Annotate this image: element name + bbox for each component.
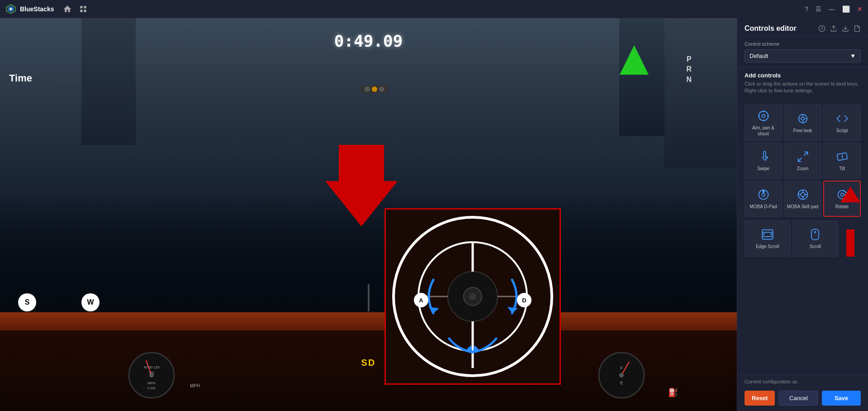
steering-wheel-svg: A D (386, 210, 560, 383)
svg-point-2 (9, 8, 12, 10)
gauge-right: F E (597, 350, 646, 402)
import-icon[interactable] (830, 25, 837, 32)
svg-point-56 (801, 193, 805, 197)
control-moba-dpad[interactable]: MOBA D-Pad (745, 181, 782, 217)
bluestacks-logo-icon (5, 4, 16, 14)
gear-p: P (686, 54, 692, 64)
grid-icon[interactable] (79, 5, 87, 13)
scheme-label: Control scheme (745, 41, 861, 47)
svg-point-24 (469, 293, 476, 300)
app-name: BlueStacks (20, 5, 54, 13)
script-icon (836, 112, 849, 125)
moba-skill-label: MOBA Skill pad (787, 204, 818, 210)
control-aim-pan-shoot[interactable]: Aim, pan & shoot (745, 105, 782, 141)
svg-point-42 (762, 114, 765, 117)
svg-text:E: E (620, 381, 623, 385)
gear-n: N (686, 75, 692, 85)
add-controls-title: Add controls (745, 72, 861, 79)
ssd-badge: SD (361, 358, 376, 368)
edge-scroll-icon (761, 228, 774, 241)
svg-text:40 80 120: 40 80 120 (143, 365, 160, 369)
svg-point-48 (801, 117, 804, 120)
key-w-indicator: W (81, 293, 100, 311)
control-free-look[interactable]: Free look (784, 105, 821, 141)
help-button[interactable]: ? (805, 5, 808, 13)
fuel-icon: ⛽ (668, 387, 678, 397)
zoom-label: Zoom (797, 166, 809, 172)
dashboard: 40 80 120 160 MPH 0 200 MPH F E (0, 311, 737, 411)
key-s-indicator: S (18, 293, 36, 311)
control-scheme-section: Control scheme Default ▼ (737, 37, 868, 67)
buildings-left (0, 18, 81, 177)
freelook-icon (797, 112, 809, 125)
script-label: Script (836, 128, 848, 134)
panel-help-icon[interactable]: ? (818, 25, 825, 32)
svg-rect-6 (84, 10, 86, 12)
control-zoom[interactable]: Zoom (784, 143, 821, 179)
control-moba-skill[interactable]: MOBA Skill pad (784, 181, 821, 217)
minimize-button[interactable]: — (829, 5, 835, 13)
svg-point-41 (759, 111, 768, 120)
export-icon[interactable] (842, 25, 849, 32)
control-edge-scroll[interactable]: Edge Scroll (745, 220, 791, 257)
svg-rect-3 (81, 6, 83, 8)
rotate-label: Rotate (835, 204, 849, 210)
controls-footer: Current configuration ac Reset Cancel Sa… (737, 375, 868, 411)
scroll-label: Scroll (810, 244, 821, 249)
tilt-label: Tilt (839, 166, 845, 172)
svg-rect-66 (811, 229, 819, 240)
traffic-signal (361, 85, 388, 93)
footer-buttons: Reset Cancel Save (737, 387, 868, 411)
title-bar: BlueStacks ? ☰ — ⬜ ✕ (0, 0, 868, 18)
control-script[interactable]: Script (823, 105, 861, 141)
controls-header-icons: ? (818, 25, 861, 32)
add-controls-section: Add controls Click or drag the actions o… (737, 67, 868, 105)
svg-point-18 (619, 373, 624, 378)
buildings-right (664, 18, 737, 167)
svg-text:0 200: 0 200 (147, 387, 156, 390)
controls-panel: Controls editor ? (737, 18, 868, 411)
svg-text:F: F (620, 366, 623, 370)
building-right2 (619, 18, 664, 136)
moba-dpad-label: MOBA D-Pad (749, 204, 777, 210)
car-body-top (0, 312, 737, 330)
reset-button[interactable]: Reset (745, 391, 775, 406)
zoom-icon (797, 150, 809, 163)
maximize-button[interactable]: ⬜ (842, 5, 850, 13)
scheme-select[interactable]: Default ▼ (745, 49, 861, 62)
add-controls-desc: Click or drag the actions on the screen … (745, 81, 861, 95)
swipe-label: Swipe (757, 166, 769, 172)
steering-red-box: A D (384, 208, 561, 385)
current-config-text: Current configuration ac (737, 375, 868, 387)
control-scroll[interactable]: Scroll (792, 220, 839, 257)
controls-panel-title: Controls editor (745, 24, 797, 33)
svg-text:D: D (522, 297, 526, 304)
home-icon[interactable] (63, 5, 72, 14)
aim-icon (757, 110, 770, 122)
control-tilt[interactable]: Tilt (823, 143, 861, 179)
svg-point-52 (762, 193, 765, 196)
moba-skill-icon (797, 188, 809, 201)
svg-text:?: ? (821, 26, 823, 31)
saveas-icon[interactable] (854, 25, 861, 32)
gear-panel: P R N (686, 54, 692, 85)
gauge-left: 40 80 120 160 MPH 0 200 (127, 350, 176, 402)
red-arrow-up-indicator (840, 220, 861, 257)
save-button[interactable]: Save (822, 391, 861, 406)
menu-button[interactable]: ☰ (816, 5, 821, 13)
building-left2 (81, 18, 136, 145)
scheme-value: Default (749, 53, 768, 59)
time-label: Time (9, 72, 32, 84)
scheme-chevron-icon: ▼ (850, 53, 856, 59)
free-look-label: Free look (793, 128, 812, 134)
close-button[interactable]: ✕ (857, 5, 863, 13)
window-controls: ? ☰ — ⬜ ✕ (805, 5, 863, 13)
app-logo: BlueStacks (5, 4, 54, 14)
swipe-icon (757, 150, 770, 163)
svg-point-13 (149, 373, 154, 378)
control-swipe[interactable]: Swipe (745, 143, 782, 179)
svg-text:MPH: MPH (147, 381, 156, 385)
cancel-button[interactable]: Cancel (778, 391, 818, 406)
main-layout: 0:49.09 Time P R N 40 80 120 160 MPH (0, 18, 868, 411)
tilt-icon (836, 150, 849, 163)
